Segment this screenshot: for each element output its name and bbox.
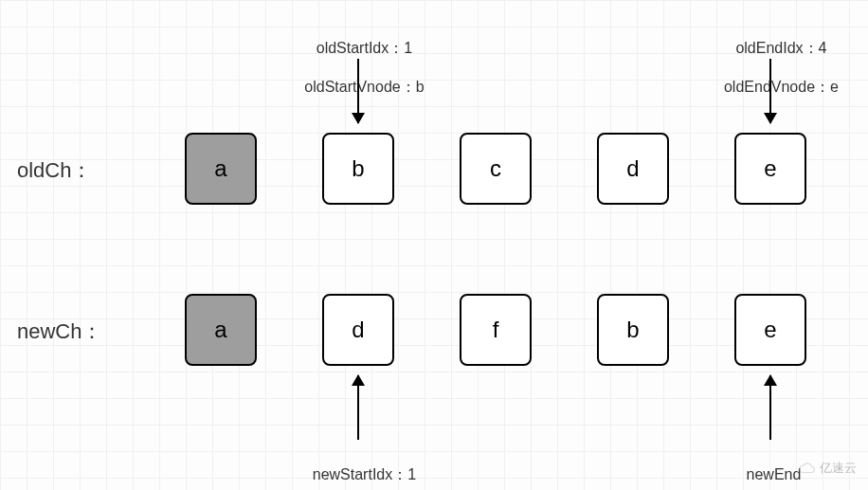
row-label-old: oldCh：: [17, 156, 92, 185]
row-label-new: newCh：: [17, 318, 102, 346]
watermark-text: 亿速云: [820, 460, 857, 477]
ptr-oldstart-idx: oldStartIdx：1: [316, 40, 412, 56]
new-node-1: d: [322, 294, 394, 366]
old-node-4: e: [734, 133, 806, 205]
new-node-0-text: a: [214, 317, 226, 343]
new-node-3-text: b: [626, 317, 639, 343]
new-node-4: e: [734, 294, 806, 366]
new-node-1-text: d: [352, 317, 364, 343]
ptr-newstart-label: newStartIdx：1 newStartVnode：d: [284, 445, 436, 490]
new-node-0: a: [185, 294, 257, 366]
arrow-newend: [769, 375, 771, 440]
old-node-2-text: c: [490, 155, 501, 182]
old-node-3: d: [597, 133, 669, 205]
old-node-3-text: d: [626, 155, 639, 182]
old-node-1-text: b: [352, 155, 364, 182]
new-node-4-text: e: [764, 317, 776, 343]
watermark: 亿速云: [799, 460, 857, 477]
ptr-oldstart-label: oldStartIdx：1 oldStartVnode：b: [284, 19, 436, 98]
arrow-newstart: [357, 375, 359, 440]
old-node-1: b: [322, 133, 394, 205]
old-node-2: c: [460, 133, 532, 205]
ptr-oldend-label: oldEndIdx：4 oldEndVnode：e: [701, 19, 853, 98]
arrow-oldend: [769, 59, 771, 123]
ptr-newstart-idx: newStartIdx：1: [313, 466, 416, 482]
old-node-0-text: a: [214, 155, 226, 182]
cloud-icon: [799, 463, 816, 474]
old-node-0: a: [185, 133, 257, 205]
ptr-oldend-vnode: oldEndVnode：e: [724, 79, 839, 95]
ptr-newend-idx: newEnd: [747, 466, 802, 482]
ptr-oldend-idx: oldEndIdx：4: [735, 40, 826, 56]
new-node-2-text: f: [493, 317, 499, 343]
new-node-2: f: [460, 294, 532, 366]
new-node-3: b: [597, 294, 669, 366]
arrow-oldstart: [357, 59, 359, 123]
old-node-4-text: e: [764, 155, 776, 182]
ptr-oldstart-vnode: oldStartVnode：b: [304, 79, 424, 95]
